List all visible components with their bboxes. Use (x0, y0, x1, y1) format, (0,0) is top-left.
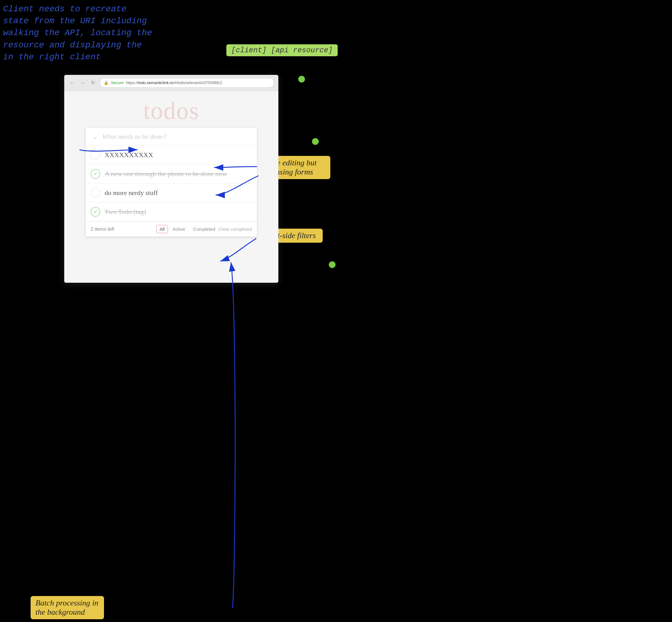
browser-window: ← → ↻ 🔒 Secure https://todo.semanticlink… (64, 75, 278, 283)
todo-text-3[interactable]: do more nerdy stuff (105, 189, 158, 197)
dot-2 (312, 138, 319, 145)
back-button[interactable]: ← (68, 79, 76, 87)
batch-processing-annotation: Batch processing in the background (31, 596, 104, 619)
address-bar[interactable]: 🔒 Secure https://todo.semanticlink.io/#/… (100, 78, 274, 88)
refresh-button[interactable]: ↻ (89, 79, 97, 87)
top-annotation-text: Client needs to recreate state from the … (3, 3, 156, 63)
filter-buttons: All Active Completed (156, 225, 219, 233)
todo-checkbox-4[interactable]: ✓ (91, 207, 100, 217)
secure-icon: 🔒 (104, 80, 108, 85)
filter-all-button[interactable]: All (156, 225, 168, 233)
todo-container: ⌄ What needs to be done? XXXXXXXXXX ✓ A … (86, 128, 257, 237)
todo-title: todos (143, 91, 199, 128)
todo-item: ✓ Two Todo (tag) (86, 202, 257, 221)
new-todo-input[interactable]: What needs to be done? (100, 133, 252, 141)
url-https: https:// (126, 80, 138, 85)
toggle-all-button[interactable]: ⌄ (91, 132, 100, 141)
secure-text: Secure (111, 80, 124, 85)
forward-button[interactable]: → (79, 79, 86, 87)
clear-completed-button[interactable]: Clear completed (219, 227, 252, 232)
url-domain: todo.semanticlink.io (138, 80, 173, 85)
dot-3 (329, 261, 335, 268)
filter-completed-button[interactable]: Completed (190, 225, 219, 233)
items-left-count: 2 items left (91, 227, 156, 232)
url-text: https://todo.semanticlink.io/#/todo/a/te… (126, 80, 222, 85)
todo-footer: 2 items left All Active Completed Clear … (86, 221, 257, 237)
client-tag: [client] (226, 44, 271, 56)
todo-app: todos ⌄ What needs to be done? XXXXXXXXX… (64, 91, 278, 283)
todo-text-1[interactable]: XXXXXXXXXX (105, 151, 153, 159)
todo-item: ✓ A new one through the phone to be done… (86, 165, 257, 183)
todo-checkbox-3[interactable] (91, 188, 100, 198)
filter-active-button[interactable]: Active (169, 225, 188, 233)
checkmark-icon: ✓ (94, 171, 98, 177)
url-path: /#/todo/a/tenant/c075596fc2 (173, 80, 222, 85)
todo-item: XXXXXXXXXX (86, 145, 257, 165)
api-resource-tag: [api resource] (266, 44, 338, 56)
todo-text-4[interactable]: Two Todo (tag) (105, 208, 146, 216)
todo-text-2[interactable]: A new one through the phone to be done n… (105, 170, 227, 178)
browser-toolbar: ← → ↻ 🔒 Secure https://todo.semanticlink… (64, 75, 278, 91)
todo-item: do more nerdy stuff (86, 183, 257, 202)
dot-1 (298, 76, 305, 82)
todo-checkbox-2[interactable]: ✓ (91, 169, 100, 179)
checkmark-icon: ✓ (94, 209, 98, 214)
todo-input-row: ⌄ What needs to be done? (86, 128, 257, 145)
todo-checkbox-1[interactable] (91, 150, 100, 160)
